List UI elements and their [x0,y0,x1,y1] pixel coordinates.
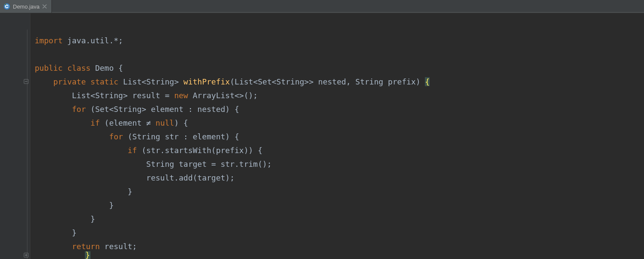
svg-point-0 [4,3,10,9]
editor-area: import java.util.*; public class Demo { … [0,13,644,259]
fold-expand-icon[interactable] [23,252,29,258]
java-class-icon [3,3,10,10]
code-area[interactable]: import java.util.*; public class Demo { … [30,13,644,259]
fold-collapse-icon[interactable] [23,78,29,84]
file-tab-demo[interactable]: Demo.java [0,0,52,13]
tab-bar: Demo.java [0,0,644,13]
close-tab-icon[interactable] [42,4,47,9]
matching-brace-close: } [85,251,90,259]
gutter[interactable] [0,13,30,259]
tab-bar-empty [52,0,644,13]
tab-filename: Demo.java [13,3,39,10]
gutter-divider [27,30,27,259]
code-text: import java.util.*; public class Demo { … [35,34,430,253]
editor-window: Demo.java [0,0,644,259]
matching-brace-open: { [425,77,430,86]
